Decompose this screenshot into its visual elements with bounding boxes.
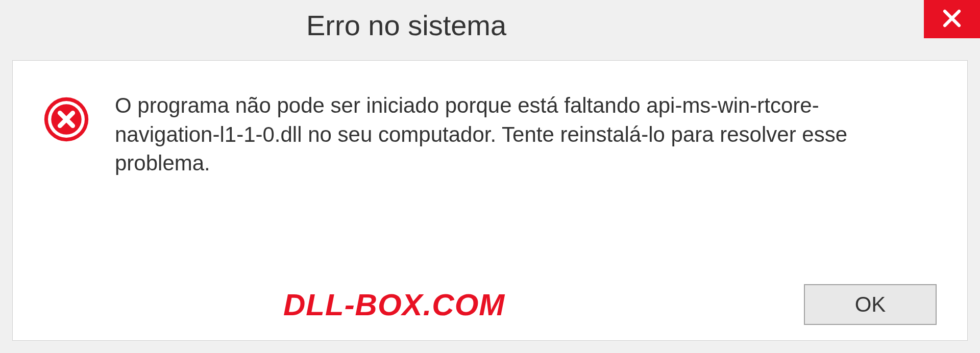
watermark-text: DLL-BOX.COM <box>283 287 505 322</box>
error-icon <box>43 96 89 142</box>
window-title: Erro no sistema <box>306 9 506 42</box>
ok-button[interactable]: OK <box>804 284 937 325</box>
footer-row: DLL-BOX.COM OK <box>43 284 937 325</box>
error-message: O programa não pode ser iniciado porque … <box>115 91 906 178</box>
titlebar: Erro no sistema <box>0 0 980 50</box>
close-icon <box>941 8 963 31</box>
content-wrapper: O programa não pode ser iniciado porque … <box>0 50 980 353</box>
close-button[interactable] <box>924 0 980 38</box>
content-panel: O programa não pode ser iniciado porque … <box>12 60 968 341</box>
dialog-window: Erro no sistema <box>0 0 980 353</box>
message-row: O programa não pode ser iniciado porque … <box>43 91 937 264</box>
